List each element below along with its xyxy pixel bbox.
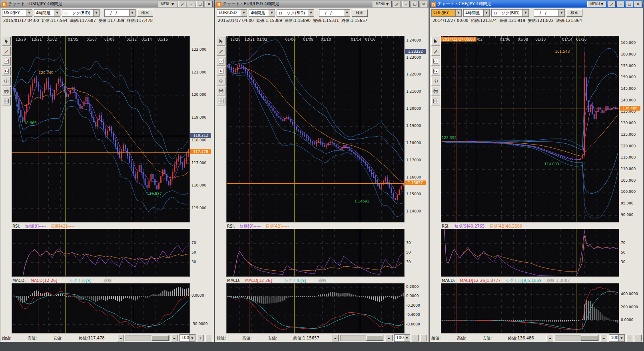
print-tool-button[interactable] xyxy=(431,87,440,95)
pair-select[interactable]: EUR/USD ▼ xyxy=(217,9,247,17)
zoom-in-button[interactable]: + xyxy=(412,335,419,341)
zoom-in-button[interactable]: + xyxy=(626,335,633,341)
macd-left-spacer xyxy=(1,283,12,333)
macd-header: MACD: MACD[12-26]1.8777 シグナル[9]5.1859 乖離… xyxy=(431,278,642,283)
titlebar[interactable]: n チャート : CHF/JPY 4時間足 MENU ▼ – □ × xyxy=(430,0,643,8)
zoom-in-button[interactable]: + xyxy=(197,335,204,341)
pointer-tool-button[interactable] xyxy=(431,37,440,46)
timeframe-select[interactable]: 4時間足 ▼ xyxy=(34,9,60,17)
app-logo-icon: n xyxy=(216,2,221,7)
chevron-down-icon: ▼ xyxy=(269,10,275,16)
main-chart-canvas[interactable] xyxy=(441,36,619,222)
axis-tick-label: 90.000 xyxy=(621,213,634,217)
scroll-right-button[interactable]: ► xyxy=(386,335,393,341)
indicator-tool-button[interactable] xyxy=(431,67,440,75)
minimize-button[interactable]: – xyxy=(402,1,410,7)
macd-section: MACD: MACD[12-26]----- シグナル[9]----- 乖離--… xyxy=(1,278,213,333)
search-button[interactable]: 検索 xyxy=(352,9,368,17)
line-chart-tool-button[interactable] xyxy=(217,57,225,65)
maximize-button[interactable]: □ xyxy=(626,1,633,7)
scrollbar-track[interactable] xyxy=(126,335,169,341)
chart-type-select[interactable]: ローソク(BID) ▼ xyxy=(277,9,314,17)
pointer-tool-button[interactable] xyxy=(2,37,11,46)
indicator-tool-button[interactable] xyxy=(2,67,11,75)
view-tool-button[interactable] xyxy=(2,77,11,85)
date-input[interactable]: / / ▼ xyxy=(104,9,136,17)
print-tool-button[interactable] xyxy=(2,87,11,95)
macd-header: MACD: MACD[12-26]----- シグナル[9]----- 乖離--… xyxy=(1,278,213,283)
page-size-select[interactable]: 100 ▼ xyxy=(394,334,410,342)
view-tool-button[interactable] xyxy=(217,77,225,85)
rsi-chart-canvas[interactable] xyxy=(227,229,404,276)
cursor-icon xyxy=(4,39,9,44)
scroll-right-button[interactable]: ► xyxy=(171,335,178,341)
close-button[interactable]: × xyxy=(420,1,427,7)
scrollbar-thumb[interactable] xyxy=(366,335,383,341)
chevron-down-icon: ▼ xyxy=(404,335,410,341)
maximize-button[interactable]: □ xyxy=(196,1,204,7)
edit-button[interactable] xyxy=(178,1,186,7)
line-chart-tool-button[interactable] xyxy=(2,57,11,65)
titlebar[interactable]: n チャート : EUR/USD 4時間足 MENU ▼ – □ × xyxy=(215,0,429,8)
timeframe-select[interactable]: 4時間足 ▼ xyxy=(463,9,490,17)
chart-type-select[interactable]: ローソク(BID) ▼ xyxy=(491,9,529,17)
main-chart-canvas[interactable] xyxy=(12,36,189,222)
bottom-high-label: 高値: xyxy=(28,335,52,341)
maximize-button[interactable]: □ xyxy=(411,1,419,7)
macd-left-spacer xyxy=(431,283,441,333)
rsi-chart-canvas[interactable] xyxy=(441,229,619,276)
zoom-out-button[interactable]: − xyxy=(420,335,427,341)
line-chart-tool-button[interactable] xyxy=(431,57,440,65)
pair-select[interactable]: CHF/JPY ▼ xyxy=(431,9,462,17)
scrollbar-track[interactable] xyxy=(340,335,384,341)
scrollbar-track[interactable] xyxy=(555,335,599,341)
macd-chart-canvas[interactable] xyxy=(227,284,404,333)
pair-select[interactable]: USD/JPY ▼ xyxy=(2,9,32,17)
minimize-button[interactable]: – xyxy=(617,1,624,7)
scroll-left-button[interactable]: ◄ xyxy=(117,335,124,341)
timeframe-select[interactable]: 4時間足 ▼ xyxy=(249,9,275,17)
macd-chart-canvas[interactable] xyxy=(12,284,189,333)
scrollbar-thumb[interactable] xyxy=(152,335,169,341)
main-chart-canvas[interactable] xyxy=(227,36,404,222)
zoom-out-button[interactable]: − xyxy=(635,335,642,341)
menu-button[interactable]: MENU ▼ xyxy=(158,1,177,7)
page-size-select[interactable]: 100 ▼ xyxy=(609,334,625,342)
indicator-tool-button[interactable] xyxy=(217,67,225,75)
date-input[interactable]: / / ▼ xyxy=(534,9,565,17)
data-table-tool-button[interactable] xyxy=(2,97,11,105)
draw-tool-button[interactable] xyxy=(431,47,440,56)
draw-tool-button[interactable] xyxy=(2,47,11,56)
zoom-out-button[interactable]: − xyxy=(205,335,212,341)
print-tool-button[interactable] xyxy=(217,87,225,95)
rsi-chart-canvas[interactable] xyxy=(12,229,189,276)
draw-tool-button[interactable] xyxy=(217,47,225,56)
edit-button[interactable] xyxy=(608,1,616,7)
menu-button[interactable]: MENU ▼ xyxy=(587,1,606,7)
data-table-tool-button[interactable] xyxy=(431,97,440,105)
date-input[interactable]: / / ▼ xyxy=(319,9,350,17)
chart-type-select[interactable]: ローソク(BID) ▼ xyxy=(62,9,100,17)
chevron-down-icon: ▼ xyxy=(558,10,564,16)
rsi-label: RSI: xyxy=(12,224,20,228)
edit-button[interactable] xyxy=(393,1,401,7)
price-marker: 1.15657 xyxy=(405,180,426,185)
search-button[interactable]: 検索 xyxy=(566,9,582,17)
page-size-select[interactable]: 100 ▼ xyxy=(179,334,195,342)
titlebar[interactable]: n チャート : USD/JPY 4時間足 MENU ▼ – □ × xyxy=(0,0,214,8)
scroll-left-button[interactable]: ◄ xyxy=(546,335,553,341)
close-button[interactable]: × xyxy=(634,1,642,7)
pointer-tool-button[interactable] xyxy=(217,37,225,46)
scrollbar-thumb[interactable] xyxy=(581,335,598,341)
menu-button[interactable]: MENU ▼ xyxy=(373,1,392,7)
close-button[interactable]: × xyxy=(205,1,213,7)
search-button[interactable]: 検索 xyxy=(137,9,153,17)
macd-label: MACD: xyxy=(12,278,26,283)
scroll-left-button[interactable]: ◄ xyxy=(332,335,339,341)
drawing-toolbar xyxy=(431,36,441,222)
scroll-right-button[interactable]: ► xyxy=(600,335,607,341)
macd-chart-canvas[interactable] xyxy=(441,284,619,333)
minimize-button[interactable]: – xyxy=(187,1,195,7)
view-tool-button[interactable] xyxy=(431,77,440,85)
data-table-tool-button[interactable] xyxy=(217,97,225,105)
